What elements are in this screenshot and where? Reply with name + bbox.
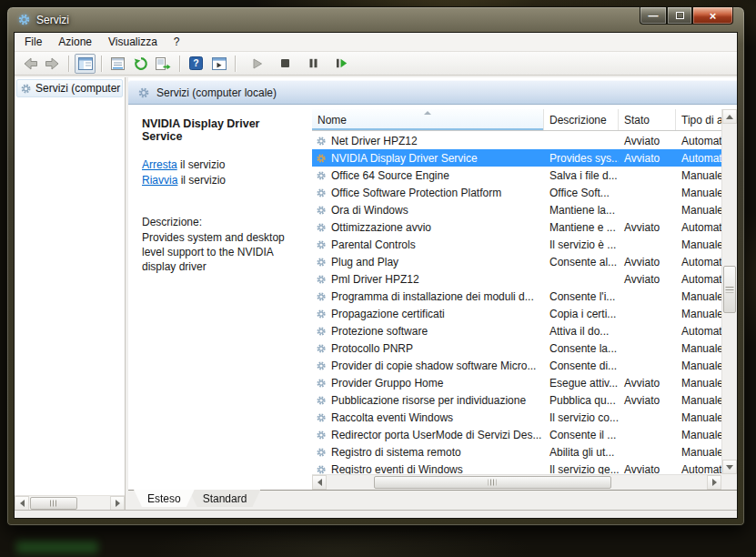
service-row[interactable]: Office 64 Source EngineSalva i file d...… <box>312 167 721 184</box>
stop-service-button[interactable] <box>275 54 296 74</box>
service-row[interactable]: Protocollo PNRPConsente la...Manuale <box>312 339 721 357</box>
start-service-button[interactable] <box>247 54 267 74</box>
service-row[interactable]: Provider Gruppo HomeEsegue attiv...Avvia… <box>312 374 721 391</box>
gear-icon <box>316 343 327 354</box>
service-row[interactable]: Raccolta eventi WindowsIl servizio co...… <box>312 409 721 426</box>
tree-horizontal-scrollbar[interactable] <box>15 495 125 510</box>
description-text: Provides system and desktop level suppor… <box>142 230 304 274</box>
gear-icon <box>316 291 327 302</box>
scroll-right-button[interactable] <box>707 475 721 490</box>
menu-visualizza[interactable]: Visualizza <box>100 34 166 50</box>
arrow-right-icon <box>712 479 717 486</box>
service-row[interactable]: Registro di sistema remotoAbilita gli ut… <box>312 443 721 461</box>
service-row[interactable]: Registro eventi di WindowsIl servizio ge… <box>312 461 721 474</box>
restart-icon <box>336 58 348 68</box>
grip-icon <box>726 287 734 293</box>
arrow-down-icon <box>726 465 733 470</box>
refresh-button[interactable] <box>130 54 151 74</box>
show-action-pane-button[interactable] <box>208 54 229 74</box>
console-tree-panel: Servizi (computer locale) <box>15 77 126 510</box>
stop-service-link[interactable]: Arresta <box>142 158 177 171</box>
column-label: Tipo di avvio <box>681 114 721 127</box>
menu-azione[interactable]: Azione <box>50 34 100 50</box>
export-list-button[interactable] <box>153 54 174 74</box>
main-area: Servizi (computer locale) Servizi (compu… <box>15 77 737 510</box>
tree-item-servizi[interactable]: Servizi (computer locale) <box>16 79 123 97</box>
scrollbar-thumb[interactable] <box>723 266 736 313</box>
vertical-scrollbar[interactable] <box>721 109 737 474</box>
back-button[interactable] <box>19 54 40 74</box>
service-name: Programma di installazione dei moduli d.… <box>312 290 544 303</box>
service-row[interactable]: Plug and PlayConsente al...AvviatoAutoma… <box>312 253 721 270</box>
tab-standard[interactable]: Standard <box>189 490 261 507</box>
service-row[interactable]: Programma di installazione dei moduli d.… <box>312 288 721 305</box>
gear-icon <box>316 326 327 337</box>
service-row[interactable]: Propagazione certificatiCopia i certi...… <box>312 305 721 322</box>
service-row[interactable]: Provider di copie shadow software Micro.… <box>312 357 721 374</box>
sort-ascending-icon <box>424 111 431 115</box>
service-name: Raccolta eventi Windows <box>312 411 544 424</box>
forward-button[interactable] <box>42 54 63 74</box>
column-label: Nome <box>318 114 347 127</box>
menu-file[interactable]: File <box>16 34 50 50</box>
restart-service-button[interactable] <box>331 54 352 74</box>
service-row[interactable]: Net Driver HPZ12AvviatoAutomatico <box>312 132 721 149</box>
close-button[interactable]: × <box>692 7 733 25</box>
service-row[interactable]: Pml Driver HPZ12AvviatoAutomatico <box>312 270 721 288</box>
window-body: File Azione Visualizza ? <box>14 32 738 519</box>
gear-icon <box>316 187 327 198</box>
restart-service-link[interactable]: Riavvia <box>142 174 177 187</box>
scroll-up-button[interactable] <box>722 109 737 124</box>
gear-icon <box>316 257 327 268</box>
scroll-right-button[interactable] <box>110 496 125 511</box>
title-bar[interactable]: Servizi — × <box>7 7 744 32</box>
service-description: Abilita gli ut... <box>544 446 619 459</box>
service-name: Parental Controls <box>312 238 544 251</box>
service-row[interactable]: Office Software Protection PlatformOffic… <box>312 184 721 201</box>
service-name: Net Driver HPZ12 <box>312 135 544 147</box>
scroll-down-button[interactable] <box>722 460 737 474</box>
tab-esteso[interactable]: Esteso <box>134 490 195 507</box>
service-startup-type: Manuale <box>676 169 721 182</box>
service-row[interactable]: Ottimizzazione avvioMantiene e ...Avviat… <box>312 218 721 236</box>
service-description: Consente l'i... <box>544 290 619 303</box>
stop-service-suffix: il servizio <box>177 158 226 171</box>
gear-icon <box>316 360 327 371</box>
service-row[interactable]: Ora di WindowsMantiene la...Manuale <box>312 201 721 218</box>
scrollbar-thumb[interactable] <box>30 497 77 510</box>
tree-item-label: Servizi (computer locale) <box>35 82 123 95</box>
service-row[interactable]: NVIDIA Display Driver ServiceProvides sy… <box>312 149 721 167</box>
service-row[interactable]: Protezione softwareAttiva il do...Automa… <box>312 322 721 339</box>
column-label: Stato <box>624 114 650 127</box>
horizontal-scrollbar[interactable] <box>312 474 721 490</box>
service-row[interactable]: Parental ControlsIl servizio è ...Manual… <box>312 236 721 253</box>
properties-icon <box>111 57 125 70</box>
column-header-descrizione[interactable]: Descrizione <box>544 109 619 130</box>
service-row[interactable]: Pubblicazione risorse per individuazione… <box>312 391 721 409</box>
properties-button[interactable] <box>107 54 128 74</box>
close-icon: × <box>710 9 717 23</box>
service-name: Office Software Protection Platform <box>312 187 544 199</box>
results-pane-title: Servizi (computer locale) <box>156 86 277 99</box>
svg-text:?: ? <box>193 57 198 68</box>
service-startup-type: Manuale <box>676 429 721 441</box>
selected-service-title: NVIDIA Display Driver Service <box>142 117 303 143</box>
scroll-left-button[interactable] <box>312 475 327 490</box>
minimize-button[interactable]: — <box>640 7 667 25</box>
service-name: Ora di Windows <box>312 204 544 217</box>
stop-icon <box>280 58 290 68</box>
pause-service-button[interactable] <box>303 54 324 74</box>
service-startup-type: Manuale <box>676 238 721 251</box>
help-button[interactable]: ? <box>186 54 207 74</box>
services-app-icon <box>17 13 31 26</box>
column-header-nome[interactable]: Nome <box>312 109 544 130</box>
scrollbar-thumb[interactable] <box>374 476 611 489</box>
service-description: Esegue attiv... <box>544 377 619 390</box>
column-header-stato[interactable]: Stato <box>619 109 676 130</box>
show-console-tree-button[interactable] <box>75 54 96 74</box>
column-header-tipo-di-avvio[interactable]: Tipo di avvio <box>676 109 721 130</box>
menu-help[interactable]: ? <box>166 34 188 50</box>
scroll-left-button[interactable] <box>15 496 29 511</box>
service-row[interactable]: Redirector porta UserMode di Servizi Des… <box>312 426 721 443</box>
maximize-button[interactable] <box>667 7 692 25</box>
